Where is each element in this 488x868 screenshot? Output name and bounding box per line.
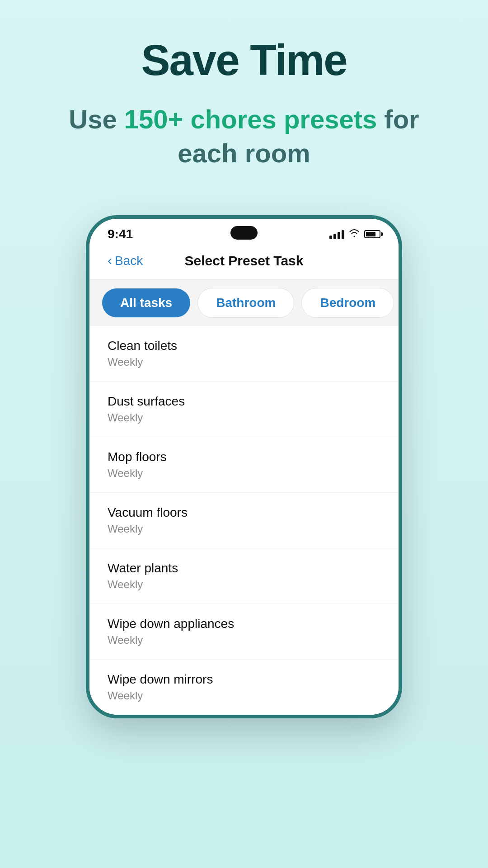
back-button[interactable]: ‹ Back (108, 254, 143, 268)
task-item[interactable]: Dust surfaces Weekly (89, 382, 399, 437)
page-headline: Save Time (141, 36, 347, 84)
task-name: Dust surfaces (108, 394, 380, 409)
page-subheadline: Use 150+ chores presets for each room (41, 102, 447, 170)
subheadline-prefix: Use (69, 104, 124, 134)
page-background: Save Time Use 150+ chores presets for ea… (0, 0, 488, 868)
task-name: Clean toilets (108, 339, 380, 353)
task-frequency: Weekly (108, 411, 380, 424)
back-chevron-icon: ‹ (108, 253, 112, 268)
task-name: Water plants (108, 561, 380, 576)
tab-bedroom[interactable]: Bedroom (301, 288, 394, 318)
wifi-icon (349, 228, 360, 240)
phone-frame: 9:41 (86, 215, 402, 718)
task-name: Vacuum floors (108, 505, 380, 520)
phone-notch (230, 226, 258, 240)
task-item[interactable]: Wipe down mirrors Weekly (89, 660, 399, 715)
task-name: Wipe down appliances (108, 617, 380, 631)
status-icons (329, 228, 380, 240)
battery-icon (364, 230, 380, 238)
task-frequency: Weekly (108, 356, 380, 368)
task-frequency: Weekly (108, 689, 380, 702)
task-item[interactable]: Water plants Weekly (89, 548, 399, 604)
signal-icon (329, 229, 344, 239)
task-frequency: Weekly (108, 467, 380, 480)
tab-all-tasks[interactable]: All tasks (102, 288, 190, 317)
task-frequency: Weekly (108, 523, 380, 535)
phone-mockup: 9:41 (86, 215, 402, 718)
nav-title: Select Preset Task (185, 253, 304, 269)
task-item[interactable]: Vacuum floors Weekly (89, 493, 399, 548)
tab-bathroom[interactable]: Bathroom (197, 288, 294, 318)
task-list: Clean toilets Weekly Dust surfaces Weekl… (89, 326, 399, 715)
task-frequency: Weekly (108, 578, 380, 591)
task-name: Wipe down mirrors (108, 672, 380, 687)
task-frequency: Weekly (108, 634, 380, 646)
task-name: Mop floors (108, 450, 380, 464)
status-bar: 9:41 (89, 219, 399, 246)
task-item[interactable]: Mop floors Weekly (89, 437, 399, 493)
filter-tabs-container: All tasks Bathroom Bedroom (89, 280, 399, 326)
nav-bar: ‹ Back Select Preset Task (89, 246, 399, 280)
back-label: Back (115, 254, 143, 268)
task-item[interactable]: Wipe down appliances Weekly (89, 604, 399, 660)
task-item[interactable]: Clean toilets Weekly (89, 326, 399, 382)
status-time: 9:41 (108, 227, 133, 241)
subheadline-highlight: 150+ chores presets (124, 104, 377, 134)
